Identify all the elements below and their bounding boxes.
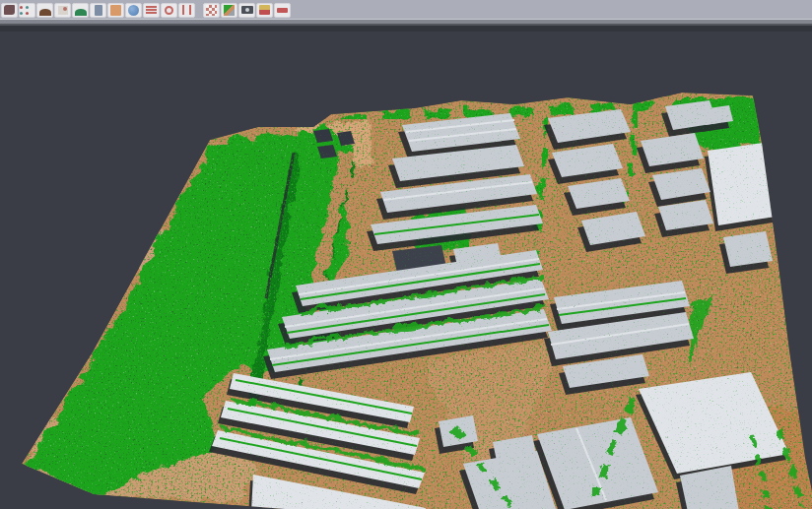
measure-list-button[interactable] bbox=[143, 3, 160, 18]
application-window bbox=[0, 0, 812, 509]
sample-marker-button[interactable] bbox=[54, 3, 71, 18]
clip-region-button[interactable] bbox=[256, 3, 273, 18]
profile-panel-button[interactable] bbox=[90, 3, 106, 18]
target-ring-button[interactable] bbox=[161, 3, 177, 18]
extent-select-button[interactable] bbox=[178, 3, 195, 18]
measure-list-icon bbox=[146, 6, 157, 8]
viewport-top-shade bbox=[0, 26, 812, 32]
snapshot-camera-icon bbox=[241, 6, 253, 14]
open-data-button[interactable] bbox=[1, 3, 18, 18]
extent-select-icon bbox=[182, 5, 191, 15]
globe-view-button[interactable] bbox=[125, 3, 142, 18]
orthoimage-button[interactable] bbox=[107, 3, 124, 18]
snapshot-camera-button[interactable] bbox=[238, 3, 255, 18]
point-cloud-render bbox=[0, 26, 812, 509]
grid-overlay-button[interactable] bbox=[203, 3, 220, 18]
classification-colors-icon bbox=[224, 5, 235, 16]
sample-marker-icon bbox=[58, 6, 68, 15]
point-cloud-button[interactable] bbox=[19, 3, 35, 18]
point-cloud-icon bbox=[20, 6, 23, 9]
viewport-3d[interactable] bbox=[0, 26, 812, 509]
canopy-surface-icon bbox=[75, 9, 87, 16]
profile-panel-icon bbox=[95, 5, 102, 16]
canopy-surface-button[interactable] bbox=[72, 3, 89, 18]
terrain-model-icon bbox=[39, 9, 51, 16]
target-ring-icon bbox=[165, 6, 173, 15]
open-data-icon bbox=[4, 5, 15, 15]
remove-slice-icon bbox=[277, 8, 288, 13]
clip-region-icon bbox=[259, 5, 270, 15]
grid-overlay-icon bbox=[206, 5, 217, 16]
terrain-model-button[interactable] bbox=[36, 3, 53, 18]
remove-slice-button[interactable] bbox=[274, 3, 291, 18]
orthoimage-icon bbox=[110, 5, 121, 16]
globe-view-icon bbox=[128, 5, 139, 16]
classification-colors-button[interactable] bbox=[221, 3, 237, 18]
toolbar bbox=[0, 0, 812, 20]
